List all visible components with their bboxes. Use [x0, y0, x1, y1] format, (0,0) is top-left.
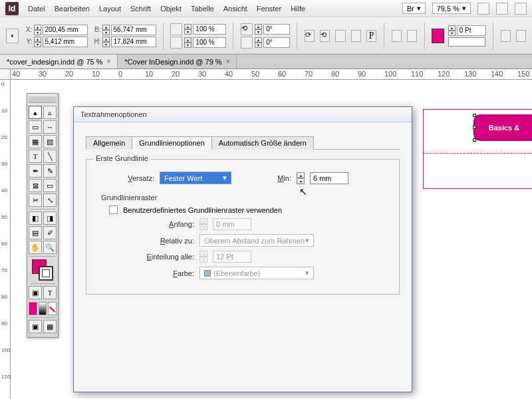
gradient-feather-tool[interactable]: ◨ — [43, 211, 57, 225]
rotate-field[interactable] — [263, 24, 290, 35]
document-tab-2[interactable]: *Cover InDesign.indd @ 79 %× — [118, 55, 237, 68]
gradient-swatch-tool[interactable]: ◧ — [29, 211, 42, 225]
select-content-icon[interactable] — [407, 30, 417, 42]
tool-panel: ▴▵ ▭↔ ▦▧ T╲ ✒✎ ⊠▭ ✂⤡ ◧◨ ▤✐ ✋🔍 ▣T ▣▦ — [27, 93, 59, 338]
note-tool[interactable]: ▤ — [29, 226, 42, 239]
page-object-pill[interactable]: Basics & — [473, 114, 532, 141]
fill-color-swatch[interactable] — [432, 29, 444, 43]
menu-window[interactable]: Fenster — [257, 5, 281, 13]
content-collector-tool[interactable]: ▦ — [29, 135, 42, 148]
menu-file[interactable]: Datei — [28, 5, 45, 13]
page-tool[interactable]: ▭ — [29, 120, 42, 134]
view-options-icon[interactable] — [477, 3, 489, 15]
x-position-field[interactable] — [43, 25, 88, 35]
stroke-style-dropdown[interactable] — [448, 37, 485, 47]
menu-object[interactable]: Objekt — [160, 5, 182, 13]
zoom-tool[interactable]: 🔍 — [43, 241, 57, 254]
document-tab-1[interactable]: *cover_indesign.indd @ 75 %× — [0, 55, 118, 68]
eyedropper-tool[interactable]: ✐ — [43, 226, 57, 239]
menu-edit[interactable]: Bearbeiten — [55, 5, 90, 13]
rectangle-frame-tool[interactable]: ⊠ — [29, 179, 42, 192]
tab-auto-size[interactable]: Automatisch Größe ändern — [211, 136, 314, 150]
menu-layout[interactable]: Layout — [99, 5, 121, 13]
panel-drag-bar[interactable] — [29, 96, 57, 103]
content-placer-tool[interactable]: ▧ — [43, 135, 57, 148]
formatting-container-icon[interactable]: ▣ — [29, 286, 42, 299]
dialog-title: Textrahmenoptionen — [74, 107, 412, 122]
free-transform-tool[interactable]: ⤡ — [43, 194, 57, 207]
zoom-level-field[interactable]: 79,5 % ▾ — [432, 3, 471, 14]
baseline-grid-title: Grundlinienraster — [101, 194, 388, 201]
color-label: Farbe: — [137, 269, 194, 277]
y-position-field[interactable] — [43, 37, 88, 47]
start-label: Anfang: — [137, 220, 194, 228]
stroke-swatch-icon[interactable] — [39, 266, 53, 281]
fill-stroke-proxy[interactable] — [32, 259, 53, 281]
scale-y-field[interactable] — [193, 37, 226, 48]
control-bar: X:▴▾ Y:▴▾ B:▴▾ H:▴▾ ▴▾ ▴▾ ⟲▴▾ ▴▾ ⟳ ⟲ P ▴… — [0, 17, 532, 55]
close-icon[interactable]: × — [226, 58, 230, 65]
effects-icon[interactable] — [501, 30, 511, 42]
rotate-icon: ⟲ — [241, 23, 253, 35]
custom-grid-checkbox[interactable] — [109, 205, 118, 214]
menu-table[interactable]: Tabelle — [191, 5, 214, 13]
rotate-ccw-icon[interactable]: ⟲ — [320, 30, 330, 42]
flip-v-icon[interactable] — [351, 30, 361, 42]
menu-type[interactable]: Schrift — [130, 5, 151, 13]
gap-tool[interactable]: ↔ — [43, 120, 57, 134]
reference-point-icon[interactable] — [6, 29, 19, 43]
close-icon[interactable]: × — [106, 58, 110, 65]
scale-x-field[interactable] — [193, 24, 226, 35]
type-tool[interactable]: T — [29, 150, 42, 163]
formatting-text-icon[interactable]: T — [43, 286, 57, 299]
bridge-button[interactable]: Br ▾ — [402, 3, 426, 14]
apply-color-icon[interactable] — [29, 302, 37, 315]
relative-to-label: Relativ zu: — [137, 237, 194, 245]
preview-mode-icon[interactable]: ▦ — [43, 320, 57, 333]
min-field[interactable] — [310, 172, 348, 184]
color-dropdown: (Ebenenfarbe)▾ — [200, 267, 314, 279]
document-tab-bar: *cover_indesign.indd @ 75 %× *Cover InDe… — [0, 55, 532, 69]
menu-bar: Id Datei Bearbeiten Layout Schrift Objek… — [0, 0, 532, 17]
apply-none-icon[interactable] — [48, 302, 57, 315]
increment-spinner: ▴▾ — [200, 251, 207, 263]
first-baseline-fieldset: Erste Grundlinie VVersatz:ersatz: Fester… — [86, 159, 400, 295]
flip-h-icon[interactable] — [335, 30, 345, 42]
direct-selection-tool[interactable]: ▵ — [43, 106, 57, 119]
text-wrap-icon[interactable] — [516, 30, 526, 42]
arrange-docs-icon[interactable] — [515, 3, 527, 15]
height-field[interactable] — [111, 37, 156, 47]
screen-mode-icon[interactable] — [496, 3, 508, 15]
relative-to-dropdown: Oberem Abstand zum Rahmen▾ — [200, 234, 314, 247]
tab-baseline-options[interactable]: Grundlinienoptionen — [132, 136, 211, 150]
scissors-tool[interactable]: ✂ — [29, 194, 42, 207]
stroke-weight-field[interactable] — [457, 25, 486, 36]
min-label: Min: — [269, 174, 291, 182]
pencil-tool[interactable]: ✎ — [43, 164, 57, 178]
start-spinner: ▴▾ — [200, 218, 207, 230]
rectangle-tool[interactable]: ▭ — [43, 179, 57, 192]
tab-general[interactable]: Allgemein — [86, 136, 132, 150]
scale-y-icon — [170, 37, 182, 49]
normal-view-icon[interactable]: ▣ — [29, 320, 42, 333]
rotate-cw-icon[interactable]: ⟳ — [305, 30, 315, 42]
menu-help[interactable]: Hilfe — [291, 5, 305, 13]
menu-view[interactable]: Ansicht — [223, 5, 247, 13]
horizontal-ruler: 4030201001020304050607080901001101201301… — [0, 69, 532, 80]
increment-label: Einteilung alle: — [137, 253, 194, 261]
apply-gradient-icon[interactable] — [39, 302, 47, 315]
line-tool[interactable]: ╲ — [43, 150, 57, 163]
width-field[interactable] — [111, 25, 156, 35]
shear-field[interactable] — [263, 37, 290, 48]
hand-tool[interactable]: ✋ — [29, 241, 42, 254]
offset-label: VVersatz:ersatz: — [97, 174, 154, 182]
offset-dropdown[interactable]: Fester Wert▾ — [160, 172, 231, 184]
p-icon[interactable]: P — [366, 30, 376, 42]
vertical-ruler: 0102030405060708090100110 — [0, 80, 11, 399]
selection-tool[interactable]: ▴ — [29, 106, 42, 119]
first-baseline-legend: Erste Grundlinie — [93, 154, 151, 162]
select-container-icon[interactable] — [392, 30, 402, 42]
pen-tool[interactable]: ✒ — [29, 164, 42, 178]
min-spinner[interactable]: ▴▾ — [297, 172, 305, 184]
textframe-options-dialog: Textrahmenoptionen Allgemein Grundlinien… — [73, 106, 412, 392]
